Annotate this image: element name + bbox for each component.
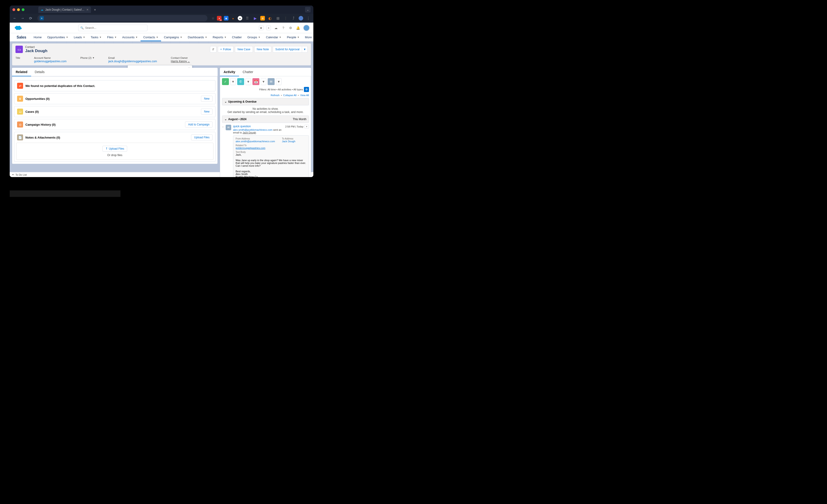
new-tab-button[interactable]: + [92, 7, 98, 12]
nav-groups[interactable]: Groups▼ [245, 33, 263, 41]
from-address-link[interactable]: alex.smith@pueblomachineco.com [236, 140, 275, 143]
nav-home[interactable]: Home [31, 33, 45, 41]
file-drop-zone[interactable]: ⤒Upload Files Or drop files [16, 143, 213, 160]
send-email-button[interactable]: ✉ [268, 78, 275, 85]
nav-reports[interactable]: Reports▼ [210, 33, 229, 41]
chevron-down-icon[interactable]: ▼ [205, 36, 207, 39]
forward-button[interactable]: → [20, 15, 26, 21]
expand-toggle[interactable]: ⌄ [222, 125, 224, 177]
maximize-window[interactable] [22, 8, 25, 11]
notes-header[interactable]: Notes & Attachments (0) [26, 136, 60, 139]
chevron-down-icon[interactable]: ▼ [156, 36, 158, 39]
follow-button[interactable]: +Follow [218, 46, 234, 53]
refresh-link[interactable]: Refresh [271, 94, 280, 97]
bookmark-star-icon[interactable]: ☆ [211, 16, 214, 20]
activity-menu[interactable]: ▼ [304, 125, 309, 128]
nav-people[interactable]: People▼ [284, 33, 302, 41]
submit-approval-button[interactable]: Submit for Approval [273, 46, 302, 53]
month-section[interactable]: ⌄August • 2024This Month [222, 115, 309, 123]
chevron-down-icon[interactable]: ▼ [297, 36, 299, 39]
tab-related[interactable]: Related [12, 68, 31, 76]
reload-button[interactable]: ⟳ [28, 15, 33, 21]
extension-icon[interactable]: ⠿ [245, 15, 250, 21]
owner-link[interactable]: Harris Kenny ⌄ [171, 60, 190, 63]
chevron-down-icon[interactable]: ▼ [66, 36, 68, 39]
profile-avatar[interactable] [299, 16, 303, 20]
related-to-link[interactable]: goldennuggetpastries.com [236, 147, 265, 150]
nav-chatter[interactable]: Chatter [229, 33, 245, 41]
app-launcher-icon[interactable] [13, 35, 14, 40]
notifications-bell-icon[interactable]: 🔔 [296, 25, 300, 30]
event-menu[interactable]: ▼ [261, 78, 266, 85]
chevron-down-icon[interactable]: ▼ [114, 36, 117, 39]
field-label[interactable]: Phone (2) ▼ [80, 56, 94, 59]
new-task-button[interactable]: ✓ [222, 78, 229, 85]
task-menu[interactable]: ▼ [230, 78, 236, 85]
extension-icon[interactable]: ◐ [267, 15, 273, 21]
filter-settings-icon[interactable]: ⚙ [304, 87, 309, 92]
tab-details[interactable]: Details [31, 68, 48, 76]
nav-tasks[interactable]: Tasks▼ [88, 33, 104, 41]
nav-opportunities[interactable]: Opportunities▼ [45, 33, 71, 41]
new-note-button[interactable]: New Note [254, 46, 272, 53]
trailhead-icon[interactable]: ☁ [274, 25, 278, 30]
new-case-button[interactable]: New [201, 109, 212, 115]
extensions-puzzle-icon[interactable]: ⊞ [275, 15, 281, 21]
nav-accounts[interactable]: Accounts▼ [119, 33, 141, 41]
chevron-down-icon[interactable]: ▼ [224, 36, 226, 39]
nav-files[interactable]: Files▼ [104, 33, 119, 41]
extension-icon[interactable]: ● [238, 16, 242, 20]
email-menu[interactable]: ▼ [276, 78, 282, 85]
chevron-down-icon[interactable]: ▼ [136, 36, 138, 39]
upload-files-button[interactable]: ⤒Upload Files [102, 146, 128, 152]
close-window[interactable] [12, 8, 15, 11]
chevron-down-icon[interactable]: ▼ [180, 36, 182, 39]
extension-icon[interactable]: ▲ [231, 16, 235, 20]
view-all-link[interactable]: View All [300, 94, 309, 97]
log-call-button[interactable]: ✆ [237, 78, 244, 85]
chevron-down-icon[interactable]: ▼ [258, 36, 260, 39]
chevron-down-icon[interactable]: ▼ [83, 36, 85, 39]
user-avatar[interactable] [303, 25, 310, 31]
nav-calendar[interactable]: Calendar▼ [263, 33, 284, 41]
email-subject-link[interactable]: quick question [233, 125, 251, 128]
minimize-window[interactable] [17, 8, 20, 11]
tab-activity[interactable]: Activity [220, 68, 239, 76]
chevron-down-icon[interactable]: ▼ [99, 36, 101, 39]
window-menu-button[interactable]: ⌄ [305, 7, 310, 12]
opportunities-header[interactable]: Opportunities (0) [26, 97, 50, 101]
nav-dashboards[interactable]: Dashboards▼ [185, 33, 210, 41]
add-to-campaign-button[interactable]: Add to Campaign [185, 121, 212, 127]
salesforce-logo[interactable] [13, 25, 22, 31]
close-tab-icon[interactable]: ✕ [86, 8, 89, 11]
action-menu-dropdown[interactable]: ▼ [302, 46, 307, 53]
nav-leads[interactable]: Leads▼ [71, 33, 88, 41]
sender-link[interactable]: alex.smith@pueblomachineco.com [233, 128, 273, 131]
favorites-icon[interactable]: ★ [259, 25, 263, 30]
new-opportunity-button[interactable]: New [201, 96, 212, 102]
upcoming-section[interactable]: ⌄Upcoming & Overdue [222, 98, 309, 105]
to-address-link[interactable]: Jack Dough [282, 140, 295, 143]
email-link[interactable]: jack.dough@goldennuggetpastries.com [108, 60, 157, 63]
help-icon[interactable]: ? [281, 25, 286, 30]
extension-icon[interactable]: ▶ [252, 15, 258, 21]
hierarchy-button[interactable]: ⇵ [210, 46, 216, 53]
setup-gear-icon[interactable]: ⚙ [288, 25, 293, 30]
browser-menu-icon[interactable]: ⋮ [305, 15, 311, 21]
nav-campaigns[interactable]: Campaigns▼ [161, 33, 185, 41]
new-case-button[interactable]: New Case [235, 46, 253, 53]
chevron-down-icon[interactable]: ▼ [279, 36, 281, 39]
global-add-icon[interactable]: + [266, 25, 271, 30]
extension-icon[interactable]: ▾16 [217, 16, 222, 20]
nav-contacts[interactable]: Contacts▼ [141, 33, 161, 41]
call-menu[interactable]: ▼ [246, 78, 251, 85]
share-icon[interactable]: ⤴ [291, 15, 296, 21]
upload-files-button[interactable]: Upload Files [191, 134, 212, 141]
collapse-all-link[interactable]: Collapse All [283, 94, 296, 97]
campaign-history-header[interactable]: Campaign History (0) [26, 123, 56, 126]
chevron-down-icon[interactable]: ▼ [313, 36, 313, 39]
global-search[interactable]: 🔍 Search... [78, 25, 147, 31]
nav-more[interactable]: More▼ [302, 33, 313, 41]
extension-icon[interactable]: ◉ [224, 16, 229, 20]
recipient-link[interactable]: Jack Dough [243, 131, 256, 134]
